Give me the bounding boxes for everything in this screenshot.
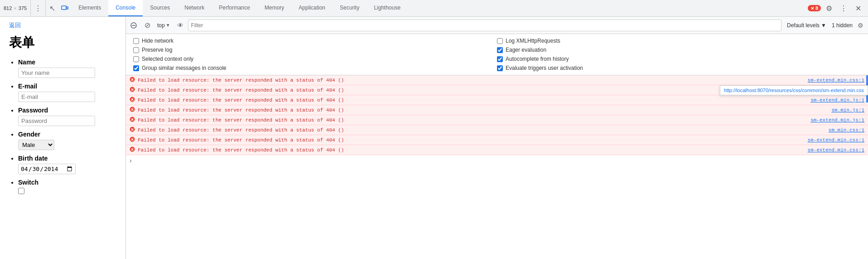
inspect-icon[interactable]: ↖ <box>46 2 58 15</box>
settings-col-right: Log XMLHttpRequests Eager evaluation Aut… <box>497 38 861 71</box>
console-settings-button[interactable]: ⚙ <box>854 20 866 31</box>
eye-button[interactable]: 👁 <box>174 20 186 31</box>
field-email-label: E-mail <box>18 83 116 90</box>
filter-input[interactable] <box>191 22 778 29</box>
error-message-text: Failed to load resource: the server resp… <box>138 137 804 143</box>
devtools-tab-actions: ✕ 8 ⚙ ⋮ ✕ <box>804 2 868 15</box>
password-input[interactable] <box>18 116 95 126</box>
svg-text:✕: ✕ <box>130 108 134 112</box>
setting-group-similar[interactable]: Group similar messages in console <box>133 65 497 71</box>
selected-context-checkbox[interactable] <box>133 56 139 62</box>
filter-wrapper <box>188 20 781 31</box>
svg-text:✕: ✕ <box>130 117 134 122</box>
context-label: top <box>157 22 165 29</box>
error-circle-icon: ✕ <box>130 147 135 153</box>
devtools-console-panel: ⊘ top ▼ 👁 Default levels ▼ 1 hidden ⚙ Hi… <box>126 17 868 259</box>
error-badge[interactable]: ✕ 8 <box>808 5 821 11</box>
birthdate-input[interactable] <box>18 164 76 174</box>
error-source-link[interactable]: sm-extend.min.js:1 <box>810 117 864 123</box>
preserve-log-label: Preserve log <box>142 47 172 53</box>
email-input[interactable] <box>18 92 95 102</box>
error-circle-icon: ✕ <box>130 127 135 133</box>
error-source-link[interactable]: sm-extend.min.css:1 <box>808 78 864 83</box>
back-link[interactable]: 返回 <box>9 21 21 29</box>
name-input[interactable] <box>18 68 95 78</box>
error-source-link[interactable]: sm.min.css:1 <box>829 127 864 133</box>
default-levels-button[interactable]: Default levels ▼ <box>783 21 830 30</box>
eager-eval-checkbox[interactable] <box>497 47 503 53</box>
hide-network-label: Hide network <box>142 38 174 44</box>
window-height: 375 <box>19 5 27 11</box>
form-title: 表单 <box>9 34 116 51</box>
gender-select[interactable]: Male <box>18 140 54 150</box>
devtools-settings-icon[interactable]: ⚙ <box>823 2 835 15</box>
error-source-link[interactable]: sm-extend.min.js:1 <box>810 98 864 103</box>
window-more-icon[interactable]: ⋮ <box>31 0 46 16</box>
context-dropdown-arrow: ▼ <box>166 23 170 28</box>
error-source-link[interactable]: sm-extend.min.css:1 <box>808 137 864 143</box>
setting-preserve-log[interactable]: Preserve log <box>133 47 497 53</box>
hide-network-checkbox[interactable] <box>133 38 139 44</box>
tab-sources[interactable]: Sources <box>143 0 177 16</box>
devtools-topbar: 812 × 375 ⋮ ↖ Elements Console Sources N… <box>0 0 868 17</box>
console-toolbar: ⊘ top ▼ 👁 Default levels ▼ 1 hidden ⚙ <box>126 17 868 34</box>
svg-rect-0 <box>62 6 66 10</box>
group-similar-checkbox[interactable] <box>133 65 139 71</box>
field-switch-label: Switch <box>18 179 116 186</box>
preserve-log-checkbox[interactable] <box>133 47 139 53</box>
error-row: ✕Failed to load resource: the server res… <box>126 145 868 155</box>
evaluate-triggers-label: Evaluate triggers user activation <box>506 65 583 71</box>
tab-application[interactable]: Application <box>291 0 333 16</box>
device-icon[interactable] <box>58 2 71 15</box>
error-circle-icon: ✕ <box>130 77 135 83</box>
context-selector[interactable]: top ▼ <box>155 21 173 30</box>
error-circle-icon: ✕ <box>130 117 135 123</box>
autocomplete-checkbox[interactable] <box>497 56 503 62</box>
error-message-text: Failed to load resource: the server resp… <box>138 98 807 103</box>
setting-eager-eval[interactable]: Eager evaluation <box>497 47 861 53</box>
window-width: 812 <box>4 5 12 11</box>
error-tooltip: http://localhost:8070/resources/css/comm… <box>720 85 868 95</box>
error-row: ✕Failed to load resource: the server res… <box>126 125 868 135</box>
tab-memory[interactable]: Memory <box>257 0 291 16</box>
error-source-link[interactable]: sm.min.js:1 <box>831 108 864 113</box>
setting-autocomplete[interactable]: Autocomplete from history <box>497 56 861 62</box>
error-message-text: Failed to load resource: the server resp… <box>138 117 807 123</box>
field-gender: Gender Male <box>18 131 116 150</box>
error-message-text: Failed to load resource: the server resp… <box>138 108 828 113</box>
tab-network[interactable]: Network <box>177 0 212 16</box>
error-circle-icon: ✕ <box>130 107 135 113</box>
window-info: 812 × 375 <box>0 0 31 16</box>
error-row: ✕Failed to load resource: the server res… <box>126 135 868 145</box>
tab-lighthouse[interactable]: Lighthouse <box>366 0 408 16</box>
stop-icon[interactable]: ⊘ <box>141 20 153 31</box>
devtools-tab-bar: ↖ Elements Console Sources Network Perfo… <box>46 0 804 16</box>
tab-security[interactable]: Security <box>333 0 366 16</box>
setting-hide-network[interactable]: Hide network <box>133 38 497 44</box>
setting-selected-context[interactable]: Selected context only <box>133 56 497 62</box>
evaluate-triggers-checkbox[interactable] <box>497 65 503 71</box>
error-message-text: Failed to load resource: the server resp… <box>138 88 822 93</box>
clear-console-button[interactable] <box>128 20 140 31</box>
eager-eval-label: Eager evaluation <box>506 47 546 53</box>
tab-console[interactable]: Console <box>108 0 143 16</box>
devtools-close-icon[interactable]: ✕ <box>852 2 864 15</box>
group-similar-label: Group similar messages in console <box>142 65 227 71</box>
error-message-text: Failed to load resource: the server resp… <box>138 147 804 153</box>
tab-performance[interactable]: Performance <box>212 0 257 16</box>
field-gender-label: Gender <box>18 131 116 138</box>
form-list: Name E-mail Password Gender Male Birth d… <box>9 59 116 195</box>
error-source-link[interactable]: sm-extend.min.css:1 <box>808 147 864 153</box>
svg-text:✕: ✕ <box>130 147 134 152</box>
setting-log-xhr[interactable]: Log XMLHttpRequests <box>497 38 861 44</box>
setting-evaluate-triggers[interactable]: Evaluate triggers user activation <box>497 65 861 71</box>
log-xhr-checkbox[interactable] <box>497 38 503 44</box>
devtools-more-icon[interactable]: ⋮ <box>837 2 850 15</box>
error-circle-icon: ✕ <box>130 87 135 93</box>
autocomplete-label: Autocomplete from history <box>506 56 569 62</box>
selected-context-label: Selected context only <box>142 56 193 62</box>
field-birthdate-label: Birth date <box>18 155 116 162</box>
tab-elements[interactable]: Elements <box>71 0 108 16</box>
svg-text:✕: ✕ <box>130 127 134 132</box>
switch-checkbox[interactable] <box>18 188 24 194</box>
